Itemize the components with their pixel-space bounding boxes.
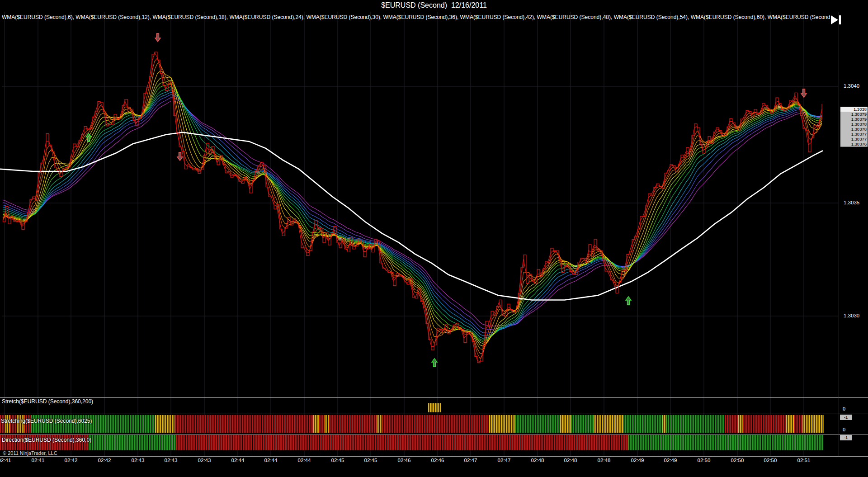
time-axis-label: 02:50: [764, 458, 777, 463]
time-axis-label: 02:44: [231, 458, 245, 463]
direction-panel-label: Direction($EURUSD (Second),360,0): [2, 437, 91, 443]
time-axis-label: 02:42: [98, 458, 111, 463]
time-axis-label: 02:47: [464, 458, 477, 463]
time-axis-label: 02:49: [664, 458, 677, 463]
time-axis-label: 02:50: [731, 458, 744, 463]
price-axis-label: 1.3035: [844, 200, 859, 205]
price-axis-label: 1.3030: [844, 313, 859, 318]
stretch-axis-zero: 0: [843, 406, 845, 411]
stretch-panel-label: Stretch($EURUSD (Second),360,200): [2, 398, 93, 405]
indicator-list-header: WMA($EURUSD (Second),6), WMA($EURUSD (Se…: [2, 14, 830, 20]
ninjatrader-chart-window: $EURUSD (Second) 12/16/2011 WMA($EURUSD …: [0, 0, 868, 477]
stretching-panel-label: Stretching($EURUSD (Second),6025): [1, 418, 92, 424]
labels-overlay: $EURUSD (Second) 12/16/2011 WMA($EURUSD …: [0, 0, 868, 477]
stretching-value-box: -1: [840, 415, 852, 420]
time-axis-label: 02:47: [498, 458, 511, 463]
skip-to-last-bar-icon[interactable]: [830, 15, 842, 25]
time-axis-label: 02:46: [398, 458, 411, 463]
wma-value-box: 1.30376: [840, 142, 868, 147]
time-axis-label: 02:43: [198, 458, 211, 463]
time-axis-label: 02:48: [598, 458, 611, 463]
copyright-notice: © 2011 NinjaTrader, LLC: [3, 450, 57, 456]
time-axis-label: 02:45: [364, 458, 377, 463]
time-axis-label: 02:50: [698, 458, 711, 463]
stretching-axis-zero: 0: [843, 427, 845, 432]
time-axis-label: 02:46: [431, 458, 444, 463]
time-axis-label: 02:45: [331, 458, 344, 463]
time-axis-label: 02:42: [65, 458, 78, 463]
time-axis-label: 02:44: [298, 458, 311, 463]
time-axis-label: 02:43: [165, 458, 178, 463]
time-axis-label: 02:41: [0, 458, 11, 463]
time-axis-label: 02:43: [132, 458, 145, 463]
time-axis-label: 02:51: [797, 458, 811, 463]
direction-value-box: -1: [840, 435, 852, 440]
time-axis-label: 02:48: [564, 458, 577, 463]
time-axis-label: 02:41: [32, 458, 45, 463]
price-axis-label: 1.3040: [844, 83, 859, 89]
time-axis-label: 02:48: [531, 458, 544, 463]
time-axis-label: 02:49: [631, 458, 644, 463]
time-axis-label: 02:44: [264, 458, 278, 463]
chart-title: $EURUSD (Second) 12/16/2011: [0, 1, 868, 9]
